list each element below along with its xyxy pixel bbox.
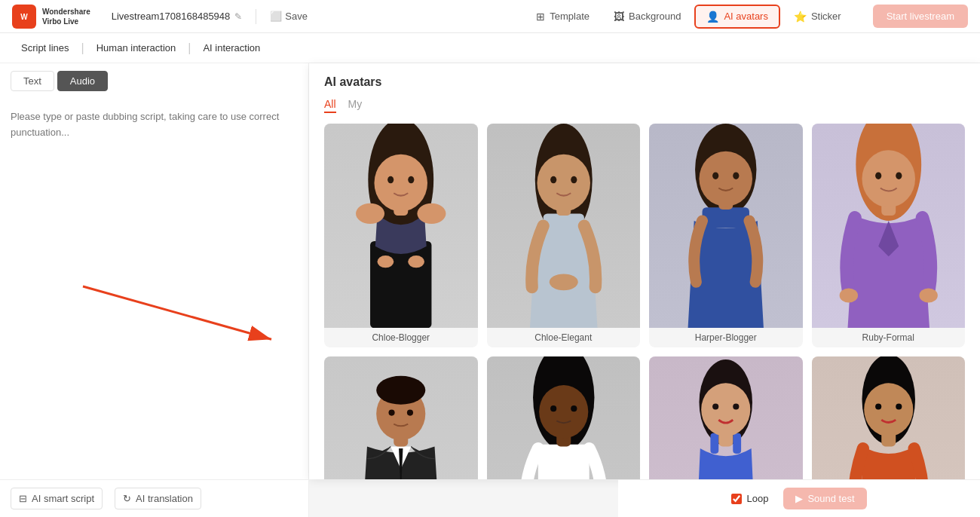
logo-area: W Wondershare Virbo Live <box>12 5 90 29</box>
ai-script-icon: ⊟ <box>19 493 27 504</box>
logo-text: Wondershare Virbo Live <box>42 7 90 26</box>
template-icon: ⊞ <box>536 11 545 23</box>
svg-point-19 <box>571 176 577 183</box>
svg-point-43 <box>539 385 588 439</box>
svg-point-24 <box>699 151 752 206</box>
ai-smart-script-button[interactable]: ⊟ AI smart script <box>11 488 103 509</box>
logo-icon: W <box>12 5 36 29</box>
nav-tab-ai-avatars[interactable]: 👤 AI avatars <box>694 5 780 29</box>
avatar-image-ruby-formal <box>812 124 966 328</box>
avatars-panel: AI avatars All My <box>309 63 980 479</box>
svg-rect-40 <box>537 445 589 479</box>
save-button[interactable]: ⬜ Save <box>270 11 308 22</box>
avatar-card-female3[interactable] <box>649 356 803 479</box>
audio-tab-button[interactable]: Audio <box>57 71 108 91</box>
avatars-title: AI avatars <box>324 75 965 89</box>
svg-point-52 <box>733 404 739 410</box>
svg-rect-15 <box>543 213 583 234</box>
sub-separator-2: | <box>188 41 191 55</box>
avatar-image-harper-blogger <box>649 124 803 328</box>
avatar-label-chloe-elegant: Chloe-Elegant <box>487 328 641 347</box>
svg-point-38 <box>407 410 413 416</box>
sub-separator-1: | <box>81 41 84 55</box>
avatar-image-female3 <box>649 356 803 479</box>
avatar-card-chloe-elegant[interactable]: Chloe-Elegant <box>487 124 641 347</box>
nav-tab-template[interactable]: ⊞ Template <box>525 6 600 27</box>
avatar-image-chloe-elegant <box>487 124 641 328</box>
svg-point-10 <box>387 176 394 183</box>
svg-point-51 <box>712 404 718 410</box>
sticker-icon: ⭐ <box>794 11 807 23</box>
svg-point-45 <box>571 405 577 411</box>
svg-point-56 <box>875 404 881 410</box>
avatar-card-female2[interactable] <box>487 356 641 479</box>
loop-bar: Loop ▶ Sound test <box>618 479 980 517</box>
right-panel: AI avatars All My <box>309 63 980 517</box>
loop-checkbox-label[interactable]: Loop <box>731 493 768 504</box>
svg-point-18 <box>550 176 556 183</box>
avatar-image-male1 <box>324 356 478 479</box>
filter-my[interactable]: My <box>348 98 363 113</box>
svg-point-57 <box>896 404 902 410</box>
svg-point-17 <box>537 154 590 212</box>
svg-rect-47 <box>710 433 718 454</box>
sound-test-button[interactable]: ▶ Sound test <box>783 488 866 509</box>
svg-rect-48 <box>733 433 741 454</box>
svg-point-30 <box>875 172 881 179</box>
avatar-card-chloe-blogger[interactable]: Chloe-Blogger <box>324 124 478 347</box>
ai-translation-icon: ↻ <box>123 493 131 504</box>
svg-text:W: W <box>20 13 28 21</box>
sub-tab-ai-interaction[interactable]: AI interaction <box>194 33 269 63</box>
avatar-grid: Chloe-Blogger <box>324 124 965 479</box>
avatars-filter: All My <box>324 98 965 113</box>
loop-checkbox[interactable] <box>731 494 742 504</box>
script-textarea[interactable] <box>0 99 308 517</box>
ai-avatars-icon: 👤 <box>706 11 719 23</box>
header-divider <box>256 9 256 24</box>
avatar-image-female4 <box>812 356 966 479</box>
svg-point-13 <box>408 255 424 268</box>
sub-tab-script-lines[interactable]: Script lines <box>12 33 78 63</box>
svg-point-36 <box>376 376 425 405</box>
nav-tab-sticker[interactable]: ⭐ Sticker <box>783 6 852 27</box>
main-area: Text Audio AI avatars All My <box>0 63 980 517</box>
start-livestream-button[interactable]: Start livestream <box>873 5 968 28</box>
text-tab-button[interactable]: Text <box>11 71 54 91</box>
avatar-image-chloe-blogger <box>324 124 478 328</box>
svg-point-44 <box>550 405 556 411</box>
avatar-card-male1[interactable] <box>324 356 478 479</box>
edit-icon[interactable]: ✎ <box>234 11 242 22</box>
left-panel: Text Audio <box>0 63 309 517</box>
livestream-title: Livestream1708168485948 ✎ <box>112 11 243 22</box>
svg-rect-5 <box>370 241 431 328</box>
filter-all[interactable]: All <box>324 98 336 113</box>
avatar-label-harper-blogger: Harper-Blogger <box>649 328 803 347</box>
avatar-image-female2 <box>487 356 641 479</box>
avatar-card-female4[interactable] <box>812 356 966 479</box>
svg-point-50 <box>701 384 750 437</box>
avatar-card-harper-blogger[interactable]: Harper-Blogger <box>649 124 803 347</box>
nav-tab-background[interactable]: 🖼 Background <box>603 6 691 27</box>
svg-point-25 <box>712 172 718 179</box>
svg-point-20 <box>549 274 577 290</box>
svg-rect-22 <box>703 207 749 228</box>
svg-point-9 <box>374 154 427 212</box>
nav-tabs: ⊞ Template 🖼 Background 👤 AI avatars ⭐ S… <box>525 5 851 29</box>
bottom-bar: ⊟ AI smart script ↻ AI translation <box>0 479 309 517</box>
svg-point-6 <box>356 203 384 224</box>
sub-header: Script lines | Human interaction | AI in… <box>0 33 980 63</box>
svg-point-33 <box>919 288 937 302</box>
svg-point-12 <box>378 255 394 268</box>
avatar-card-ruby-formal[interactable]: Ruby-Formal <box>812 124 966 347</box>
text-audio-tabs: Text Audio <box>0 63 308 99</box>
svg-point-7 <box>417 203 446 224</box>
svg-point-37 <box>388 410 394 416</box>
svg-point-26 <box>733 172 739 179</box>
ai-translation-button[interactable]: ↻ AI translation <box>115 488 201 509</box>
background-icon: 🖼 <box>614 11 624 23</box>
sound-icon: ▶ <box>795 493 803 504</box>
svg-point-32 <box>839 288 857 302</box>
avatar-label-ruby-formal: Ruby-Formal <box>812 328 966 347</box>
sub-tab-human-interaction[interactable]: Human interaction <box>87 33 185 63</box>
header: W Wondershare Virbo Live Livestream17081… <box>0 0 980 33</box>
